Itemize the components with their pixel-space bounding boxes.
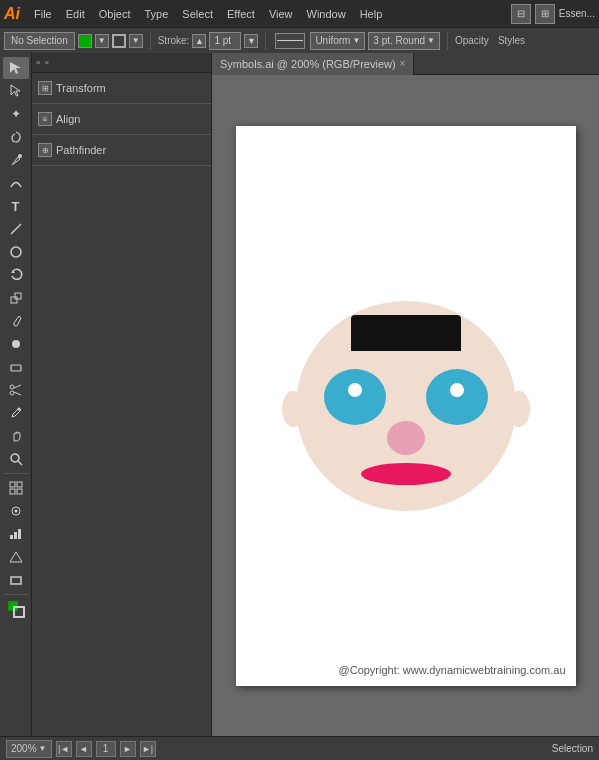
svg-line-12 [14, 385, 21, 388]
opacity-label[interactable]: Opacity [455, 35, 489, 46]
zoom-tool[interactable] [3, 448, 29, 470]
transform-row[interactable]: ⊞ Transform [38, 77, 205, 99]
last-page-btn[interactable]: ►| [140, 741, 156, 757]
graph-tool[interactable] [3, 523, 29, 545]
zoom-dropdown[interactable]: 200% ▼ [6, 740, 52, 758]
separator-2 [265, 32, 266, 50]
hand-tool[interactable] [3, 425, 29, 447]
svg-marker-1 [11, 85, 20, 96]
styles-label[interactable]: Styles [498, 35, 525, 46]
menu-help[interactable]: Help [354, 6, 389, 22]
rotate-tool[interactable] [3, 264, 29, 286]
fill-swatch[interactable] [78, 34, 92, 48]
stroke-weight-down-btn[interactable]: ▼ [244, 34, 258, 48]
face-circle [296, 301, 516, 511]
menu-file[interactable]: File [28, 6, 58, 22]
stroke-style-dropdown[interactable]: Uniform▼ [310, 32, 365, 50]
stroke-weight-up-btn[interactable]: ▲ [192, 34, 206, 48]
stroke-dropdown-btn[interactable]: ▼ [129, 34, 143, 48]
tools-separator-2 [3, 594, 29, 595]
svg-point-11 [10, 391, 14, 395]
arrange-windows-btn[interactable]: ⊟ [511, 4, 531, 24]
lasso-tool[interactable] [3, 126, 29, 148]
svg-rect-20 [17, 489, 22, 494]
panel-expand-btn-2[interactable]: » [44, 58, 48, 67]
fill-stroke-indicator[interactable] [3, 598, 29, 620]
page-number: 1 [96, 741, 116, 757]
grid-tool[interactable] [3, 477, 29, 499]
workspace-btn[interactable]: ⊞ [535, 4, 555, 24]
svg-line-3 [11, 224, 21, 234]
pen-tool[interactable] [3, 149, 29, 171]
svg-marker-26 [10, 552, 22, 562]
stroke-label: Stroke: [158, 35, 190, 46]
menu-view[interactable]: View [263, 6, 299, 22]
canvas-area: Symbols.ai @ 200% (RGB/Preview) × [212, 53, 599, 736]
line-segment-tool[interactable] [3, 218, 29, 240]
svg-line-13 [14, 392, 21, 395]
svg-point-8 [12, 340, 20, 348]
direct-selection-tool[interactable] [3, 80, 29, 102]
eyedropper-tool[interactable] [3, 402, 29, 424]
svg-point-10 [10, 385, 14, 389]
menu-window[interactable]: Window [301, 6, 352, 22]
align-icon: ≡ [38, 112, 52, 126]
stroke-swatch[interactable] [112, 34, 126, 48]
scissors-tool[interactable] [3, 379, 29, 401]
ellipse-tool[interactable] [3, 241, 29, 263]
canvas-tab-close[interactable]: × [400, 58, 406, 69]
paintbrush-tool[interactable] [3, 310, 29, 332]
perspective-grid-tool[interactable] [3, 546, 29, 568]
blob-brush-tool[interactable] [3, 333, 29, 355]
svg-point-4 [11, 247, 21, 257]
rectangle-tool[interactable] [3, 569, 29, 591]
fill-dropdown-btn[interactable]: ▼ [95, 34, 109, 48]
next-page-btn[interactable]: ► [120, 741, 136, 757]
tools-separator [3, 473, 29, 474]
magic-wand-tool[interactable]: ✦ [3, 103, 29, 125]
stroke-line-preview [277, 40, 303, 41]
separator-3 [447, 32, 448, 50]
svg-point-22 [14, 510, 17, 513]
svg-rect-24 [14, 532, 17, 539]
nose [387, 421, 425, 455]
type-tool[interactable]: T [3, 195, 29, 217]
properties-panel: » » ⊞ Transform ≡ Align ⊕ Pathfinder [32, 53, 212, 736]
canvas-content[interactable]: @Copyright: www.dynamicwebtraining.com.a… [212, 75, 599, 736]
status-right: Selection [552, 743, 593, 754]
panel-collapse-tabs: » » [32, 53, 211, 73]
menu-object[interactable]: Object [93, 6, 137, 22]
separator-1 [150, 32, 151, 50]
left-ear [282, 391, 304, 427]
menu-type[interactable]: Type [139, 6, 175, 22]
right-ear [508, 391, 530, 427]
menu-effect[interactable]: Effect [221, 6, 261, 22]
mouth [361, 463, 451, 485]
curvature-tool[interactable] [3, 172, 29, 194]
first-page-btn[interactable]: |◄ [56, 741, 72, 757]
align-row[interactable]: ≡ Align [38, 108, 205, 130]
transform-section: ⊞ Transform [32, 73, 211, 104]
menu-bar: Ai File Edit Object Type Select Effect V… [0, 0, 599, 27]
stroke-cap-dropdown[interactable]: 3 pt. Round▼ [368, 32, 440, 50]
stroke-weight-field[interactable]: 1 pt [209, 32, 241, 50]
align-section: ≡ Align [32, 104, 211, 135]
svg-rect-6 [11, 297, 17, 303]
zoom-value: 200% [11, 743, 37, 754]
menu-select[interactable]: Select [176, 6, 219, 22]
panel-expand-btn[interactable]: » [36, 58, 40, 67]
svg-rect-25 [18, 529, 21, 539]
scale-tool[interactable] [3, 287, 29, 309]
left-eye-pupil [348, 383, 362, 397]
face-illustration [296, 301, 516, 511]
selection-tool[interactable] [3, 57, 29, 79]
menu-edit[interactable]: Edit [60, 6, 91, 22]
selection-indicator[interactable]: No Selection [4, 32, 75, 50]
svg-rect-19 [10, 489, 15, 494]
pathfinder-row[interactable]: ⊕ Pathfinder [38, 139, 205, 161]
symbol-sprayer-tool[interactable] [3, 500, 29, 522]
svg-point-2 [18, 154, 22, 158]
prev-page-btn[interactable]: ◄ [76, 741, 92, 757]
canvas-tab-symbols[interactable]: Symbols.ai @ 200% (RGB/Preview) × [212, 53, 414, 75]
eraser-tool[interactable] [3, 356, 29, 378]
